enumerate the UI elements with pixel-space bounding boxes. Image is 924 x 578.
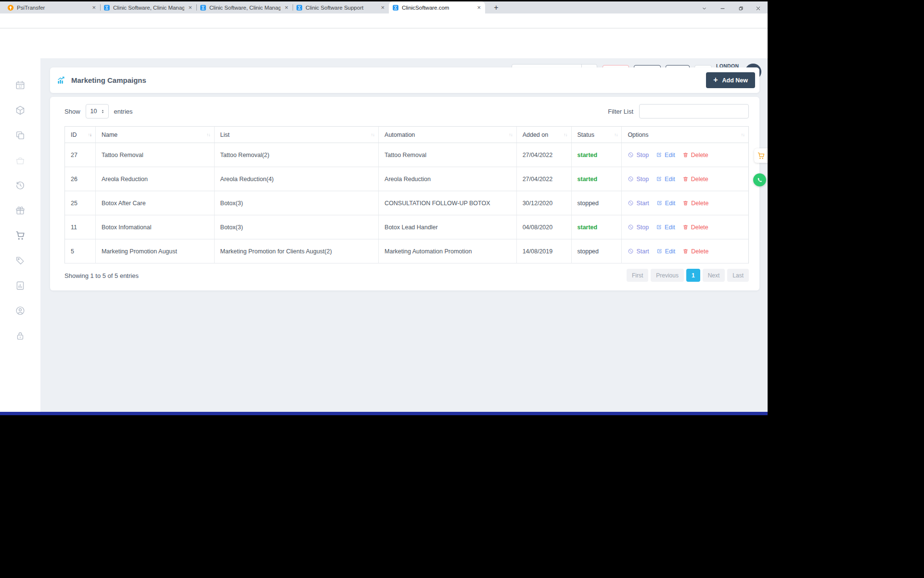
delete-action[interactable]: Delete	[682, 152, 708, 158]
cell-automation: Areola Reduction	[379, 167, 517, 191]
cell-name: Areola Reduction	[96, 167, 215, 191]
browser-tab-psitransfer[interactable]: PsiTransfer×	[4, 1, 100, 13]
cell-options: StopEditDelete	[622, 143, 748, 167]
sidebar-gift-icon[interactable]	[15, 205, 26, 216]
edit-icon	[656, 248, 663, 254]
cell-options: StartEditDelete	[622, 191, 748, 215]
campaign-chart-icon	[57, 76, 66, 85]
browser-tab-clinic-software-support[interactable]: Clinic Software Support×	[293, 1, 389, 13]
page-size-select[interactable]: 10	[86, 104, 109, 118]
tab-close-icon[interactable]: ×	[91, 4, 97, 11]
browser-toolbar: server3.clinicsoftware.com/marketingCamp…	[0, 13, 768, 28]
sort-icon: ↑↓	[564, 132, 567, 137]
col-header-label: Options	[628, 131, 648, 138]
stop-action[interactable]: Stop	[628, 176, 649, 183]
browser-tab-clinic-software-clinic-manageme[interactable]: Clinic Software, Clinic Manageme×	[196, 1, 293, 13]
col-header-list[interactable]: List↑↓	[215, 127, 379, 143]
action-label: Stop	[636, 152, 649, 158]
entries-label: entries	[114, 108, 133, 115]
col-header-added-on[interactable]: Added on↑↓	[517, 127, 572, 143]
cell-id: 25	[65, 191, 96, 215]
trash-icon	[682, 200, 689, 206]
cart-widget[interactable]	[754, 148, 768, 163]
delete-action[interactable]: Delete	[682, 176, 708, 183]
whatsapp-widget[interactable]	[753, 173, 766, 186]
sidebar-basket-icon[interactable]	[15, 155, 26, 166]
page-button-next[interactable]: Next	[703, 269, 725, 282]
delete-action[interactable]: Delete	[682, 200, 708, 207]
page-title: Marketing Campaigns	[71, 76, 146, 84]
col-header-options[interactable]: Options↑↓	[622, 127, 748, 143]
table-row: 25Botox After CareBotox(3)CONSULTATION F…	[65, 191, 748, 215]
status-badge: started	[578, 224, 598, 231]
browser-tab-clinic-software-clinic-manageme[interactable]: Clinic Software, Clinic Manageme×	[100, 1, 196, 13]
plus-icon: +	[713, 76, 718, 84]
col-header-automation[interactable]: Automation↑↓	[379, 127, 517, 143]
cell-name: Botox After Care	[96, 191, 215, 215]
sidebar-history-icon[interactable]	[15, 180, 26, 191]
stop-action[interactable]: Stop	[628, 152, 649, 158]
start-action[interactable]: Start	[628, 248, 649, 255]
tab-close-icon[interactable]: ×	[283, 4, 289, 11]
table-body: 27Tattoo RemovalTattoo Removal(2)Tattoo …	[65, 143, 748, 263]
edit-action[interactable]: Edit	[656, 248, 676, 255]
page-button-first[interactable]: First	[627, 269, 648, 282]
tab-title: ClinicSoftware.com	[402, 5, 473, 11]
tab-close-icon[interactable]: ×	[380, 4, 385, 11]
col-header-status[interactable]: Status↑↓	[572, 127, 622, 143]
page-button-1[interactable]: 1	[686, 269, 700, 282]
page-button-last[interactable]: Last	[727, 269, 749, 282]
edit-icon	[656, 224, 662, 230]
delete-action[interactable]: Delete	[682, 224, 708, 231]
sidebar-user-icon[interactable]	[15, 305, 26, 316]
edit-action[interactable]: Edit	[656, 200, 676, 207]
edit-action[interactable]: Edit	[656, 176, 675, 183]
start-action[interactable]: Start	[628, 200, 649, 207]
action-label: Stop	[636, 224, 649, 231]
cell-list: Tattoo Removal(2)	[215, 143, 379, 167]
new-tab-button[interactable]: +	[490, 2, 502, 13]
cell-list: Botox(3)	[215, 215, 379, 239]
delete-action[interactable]: Delete	[682, 248, 708, 255]
sidebar-copy-icon[interactable]	[15, 130, 26, 141]
tabs-container: PsiTransfer×Clinic Software, Clinic Mana…	[4, 1, 485, 13]
filter-input[interactable]	[639, 104, 749, 118]
slash-icon	[628, 248, 634, 254]
cell-status: started	[572, 167, 622, 191]
sidebar-lock-icon[interactable]	[15, 330, 26, 341]
cell-name: Marketing Promotion August	[96, 239, 215, 263]
sidebar-report-icon[interactable]	[15, 280, 26, 291]
action-label: Stop	[636, 176, 649, 183]
edit-action[interactable]: Edit	[656, 152, 675, 158]
col-header-label: Status	[578, 131, 594, 138]
cell-list: Marketing Promotion for Clients August(2…	[215, 239, 379, 263]
add-new-button[interactable]: + Add New	[706, 72, 755, 88]
cell-name: Tattoo Removal	[96, 143, 215, 167]
sidebar-cart-icon[interactable]	[15, 230, 26, 241]
sidebar-cube-icon[interactable]	[15, 105, 26, 116]
page-button-previous[interactable]: Previous	[651, 269, 684, 282]
action-label: Delete	[691, 176, 708, 183]
table-row: 11Botox InfomationalBotox(3)Botox Lead H…	[65, 215, 748, 239]
restore-icon[interactable]	[734, 3, 747, 13]
browser-tab-clinicsoftware-com[interactable]: ClinicSoftware.com×	[389, 1, 485, 13]
cell-name: Botox Infomational	[96, 215, 215, 239]
col-header-name[interactable]: Name↑↓	[96, 127, 215, 143]
close-window-icon[interactable]	[751, 3, 765, 13]
slash-icon	[628, 152, 634, 158]
tab-strip: PsiTransfer×Clinic Software, Clinic Mana…	[0, 1, 768, 13]
col-header-id[interactable]: ID↑↓	[65, 127, 96, 143]
window-menu-caret-icon[interactable]	[697, 3, 711, 13]
minimize-icon[interactable]	[716, 3, 729, 13]
stop-action[interactable]: Stop	[628, 224, 649, 231]
action-label: Edit	[665, 200, 676, 207]
show-label: Show	[64, 108, 80, 115]
sidebar-tag-icon[interactable]	[15, 255, 26, 266]
tab-close-icon[interactable]: ×	[187, 4, 193, 11]
svg-text:12: 12	[18, 85, 22, 88]
tab-close-icon[interactable]: ×	[476, 4, 482, 11]
table-header-row: ID↑↓Name↑↓List↑↓Automation↑↓Added on↑↓St…	[65, 127, 748, 143]
sidebar-calendar-icon[interactable]: 12	[15, 80, 26, 91]
col-header-label: List	[220, 131, 230, 138]
edit-action[interactable]: Edit	[656, 224, 675, 231]
